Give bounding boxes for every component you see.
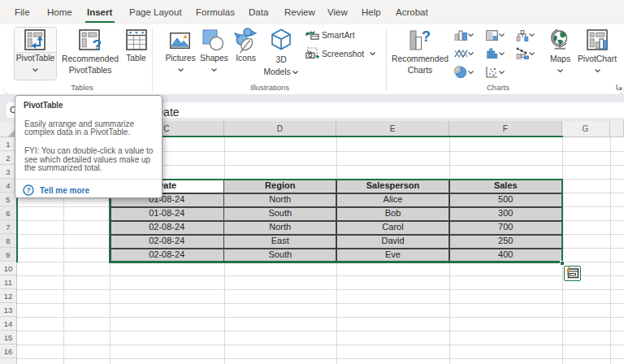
svg-text:?: ? (26, 186, 31, 194)
